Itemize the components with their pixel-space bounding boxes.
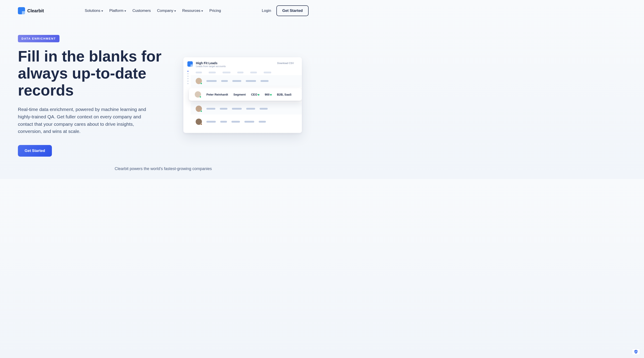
nav-label: Pricing <box>209 9 221 13</box>
placeholder-bar <box>246 80 256 82</box>
nav-pricing[interactable]: Pricing <box>209 9 221 13</box>
placeholder-bar <box>237 72 244 73</box>
logo-icon <box>18 7 25 14</box>
download-csv-link[interactable]: Download CSV <box>277 62 298 68</box>
placeholder-bar <box>260 108 268 110</box>
pager-dot[interactable] <box>188 78 188 79</box>
chevron-down-icon <box>101 11 103 12</box>
table-row-highlight[interactable]: Peter Reinhardt Segment CEO 900 B2B, Saa… <box>189 88 302 101</box>
placeholder-bar <box>206 108 215 110</box>
placeholder-bar <box>232 121 240 123</box>
get-started-button-hero[interactable]: Get Started <box>18 145 52 157</box>
placeholder-bar <box>209 72 216 73</box>
leads-card-title-group: High Fit Leads Leads from target account… <box>196 61 274 68</box>
chevron-down-icon <box>174 11 176 12</box>
get-started-button-nav[interactable]: Get Started <box>276 5 308 16</box>
lead-tags: B2B, SaaS <box>277 93 292 96</box>
nav-label: Solutions <box>85 9 100 13</box>
leads-rows: Peter Reinhardt Segment CEO 900 B2B, Saa… <box>191 70 302 129</box>
placeholder-bar <box>196 72 202 73</box>
status-dot-icon <box>200 96 201 98</box>
hero-illustration: High Fit Leads Leads from target account… <box>183 35 302 157</box>
placeholder-bar <box>264 72 271 73</box>
placeholder-bar <box>206 80 217 82</box>
nav-links: Solutions Platform Customers Company Res… <box>85 9 221 13</box>
placeholder-bar <box>221 80 228 82</box>
login-link[interactable]: Login <box>262 9 271 13</box>
avatar <box>195 91 201 98</box>
placeholder-bar <box>259 121 266 123</box>
placeholder-bar <box>250 72 257 73</box>
status-dot-icon <box>200 83 202 84</box>
placeholder-bar <box>206 121 216 123</box>
table-row <box>191 75 302 87</box>
placeholder-bar <box>222 72 230 73</box>
pager-dot[interactable] <box>188 73 188 74</box>
social-proof-heading: Clearbit powers the world's fastest-grow… <box>0 166 326 171</box>
avatar <box>196 119 202 125</box>
placeholder-bar <box>232 80 241 82</box>
category-badge: DATA ENRICHMENT <box>18 35 60 42</box>
placeholder-bar <box>246 108 255 110</box>
lead-count: 900 <box>265 93 272 96</box>
nav-platform[interactable]: Platform <box>109 9 126 13</box>
pager-dot[interactable] <box>188 71 188 72</box>
placeholder-bar <box>260 80 268 82</box>
nav-solutions[interactable]: Solutions <box>85 9 103 13</box>
nav-label: Resources <box>182 9 200 13</box>
pager-dot[interactable] <box>188 81 188 82</box>
nav-right: Login Get Started <box>262 5 308 16</box>
nav-company[interactable]: Company <box>157 9 176 13</box>
placeholder-bar <box>244 121 254 123</box>
pager-dot[interactable] <box>188 76 188 77</box>
leads-card-header: High Fit Leads Leads from target account… <box>188 61 302 70</box>
hero-description: Real-time data enrichment, powered by ma… <box>18 106 156 135</box>
placeholder-bar <box>220 121 227 123</box>
avatar <box>196 78 202 84</box>
chevron-down-icon <box>124 11 126 12</box>
hero-section: DATA ENRICHMENT Fill in the blanks for a… <box>0 22 326 157</box>
nav-label: Platform <box>109 9 124 13</box>
nav-customers[interactable]: Customers <box>132 9 151 13</box>
status-dot-icon <box>200 123 202 125</box>
leads-card-subtitle: Leads from target accounts <box>196 65 274 68</box>
status-dot-icon <box>200 110 202 112</box>
placeholder-bar <box>232 108 242 110</box>
indicator-dot-icon <box>258 94 260 96</box>
leads-card: High Fit Leads Leads from target account… <box>183 57 302 133</box>
logo-icon <box>188 61 193 67</box>
pager-dot[interactable] <box>188 83 188 84</box>
nav-label: Company <box>157 9 173 13</box>
lead-name: Peter Reinhardt <box>206 93 228 96</box>
table-header-row <box>191 70 302 75</box>
brand-name: Clearbit <box>27 8 44 14</box>
brand-logo[interactable]: Clearbit <box>18 7 44 14</box>
hero-title: Fill in the blanks for always up-to-date… <box>18 48 174 99</box>
nav-label: Customers <box>132 9 151 13</box>
table-row <box>191 103 302 115</box>
indicator-dot-icon <box>270 94 272 96</box>
leads-card-body: Peter Reinhardt Segment CEO 900 B2B, Saa… <box>188 70 302 129</box>
lead-company: Segment <box>234 93 246 96</box>
chevron-down-icon <box>201 11 203 12</box>
nav-resources[interactable]: Resources <box>182 9 203 13</box>
leads-card-title: High Fit Leads <box>196 61 274 65</box>
table-row <box>191 116 302 128</box>
placeholder-bar <box>220 108 228 110</box>
top-nav: Clearbit Solutions Platform Customers Co… <box>0 0 326 22</box>
avatar <box>196 106 202 112</box>
lead-role: CEO <box>251 93 260 96</box>
pager-dots <box>188 70 188 129</box>
hero-content: DATA ENRICHMENT Fill in the blanks for a… <box>18 35 174 157</box>
